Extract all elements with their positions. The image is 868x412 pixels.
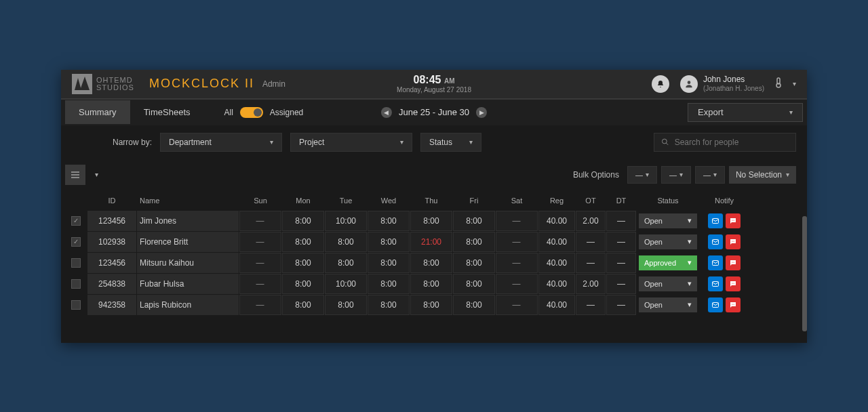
- notify-mail-button[interactable]: [708, 234, 723, 249]
- search-box[interactable]: [654, 133, 796, 152]
- status-dropdown[interactable]: Open▾: [639, 297, 697, 312]
- notify-chat-button[interactable]: [726, 234, 741, 249]
- date-range-label: June 25 - June 30: [399, 107, 469, 117]
- cell-mon[interactable]: 8:00: [282, 232, 324, 252]
- cell-fri[interactable]: 8:00: [453, 232, 495, 252]
- select-all-dropdown[interactable]: ▾: [88, 165, 104, 185]
- row-checkbox[interactable]: ✓: [71, 237, 81, 247]
- cell-thu[interactable]: 8:00: [410, 253, 452, 273]
- notify-mail-button[interactable]: [708, 255, 723, 270]
- cell-fri[interactable]: 8:00: [453, 295, 495, 315]
- row-checkbox[interactable]: ✓: [71, 216, 81, 226]
- cell-thu[interactable]: 8:00: [410, 211, 452, 231]
- cell-wed[interactable]: 8:00: [368, 253, 410, 273]
- cell-id: 123456: [87, 211, 136, 231]
- cell-fri[interactable]: 8:00: [453, 274, 495, 294]
- cell-reg: 40.00: [538, 274, 575, 294]
- row-checkbox[interactable]: [71, 279, 81, 289]
- cell-sat[interactable]: —: [496, 253, 538, 273]
- notify-chat-button[interactable]: [726, 255, 741, 270]
- view-tabs: Summary TimeSheets: [65, 100, 204, 124]
- status-dropdown[interactable]: Approved▾: [639, 255, 697, 270]
- notify-chat-button[interactable]: [726, 297, 741, 312]
- cell-thu[interactable]: 21:00: [410, 232, 452, 252]
- cell-sun[interactable]: —: [239, 253, 281, 273]
- cell-tue[interactable]: 8:00: [325, 295, 367, 315]
- chevron-down-icon: ▾: [679, 171, 683, 178]
- cell-sun[interactable]: —: [239, 295, 281, 315]
- notify-mail-button[interactable]: [708, 276, 723, 291]
- view-filter-toggle: All Assigned: [224, 107, 304, 118]
- cell-sat[interactable]: —: [496, 274, 538, 294]
- user-menu[interactable]: John Jones (Jonathan H. Jones): [680, 75, 764, 93]
- cell-wed[interactable]: 8:00: [368, 274, 410, 294]
- cell-mon[interactable]: 8:00: [282, 253, 324, 273]
- department-select[interactable]: Department ▾: [160, 133, 282, 152]
- cell-mon[interactable]: 8:00: [282, 295, 324, 315]
- svg-point-11: [733, 241, 734, 241]
- date-prev-button[interactable]: ◀: [381, 107, 392, 118]
- tab-summary[interactable]: Summary: [65, 100, 130, 124]
- export-button[interactable]: Export ▾: [688, 103, 803, 122]
- bulk-selection-dropdown[interactable]: No Selection ▾: [729, 166, 796, 184]
- cell-fri[interactable]: 8:00: [453, 211, 495, 231]
- role-label: Admin: [262, 79, 285, 89]
- app-header: OHTEMD STUDIOS MOCKCLOCK II Admin 08:45 …: [61, 70, 807, 100]
- status-dropdown[interactable]: Open▾: [639, 213, 697, 228]
- all-assigned-toggle[interactable]: [240, 107, 263, 118]
- notifications-button[interactable]: [652, 75, 669, 93]
- cell-sun[interactable]: —: [239, 232, 281, 252]
- svg-point-7: [733, 220, 734, 220]
- cell-tue[interactable]: 10:00: [325, 274, 367, 294]
- cell-sat[interactable]: —: [496, 232, 538, 252]
- col-notify: Notify: [700, 197, 749, 205]
- cell-mon[interactable]: 8:00: [282, 274, 324, 294]
- status-label: Open: [644, 280, 663, 288]
- project-select[interactable]: Project ▾: [290, 133, 412, 152]
- svg-point-16: [734, 262, 734, 262]
- notify-chat-button[interactable]: [726, 276, 741, 291]
- filters-row: Narrow by: Department ▾ Project ▾ Status…: [61, 125, 807, 159]
- scrollbar[interactable]: [802, 216, 807, 331]
- row-checkbox[interactable]: [71, 300, 81, 310]
- status-select[interactable]: Status ▾: [420, 133, 481, 152]
- cell-sun[interactable]: —: [239, 274, 281, 294]
- bulk-option-1[interactable]: —▾: [627, 166, 657, 184]
- cell-sat[interactable]: —: [496, 211, 538, 231]
- chevron-down-icon: ▾: [688, 300, 692, 309]
- bulk-selection-label: No Selection: [736, 170, 782, 180]
- status-dropdown[interactable]: Open▾: [639, 276, 697, 291]
- cell-wed[interactable]: 8:00: [368, 295, 410, 315]
- cell-tue[interactable]: 8:00: [325, 232, 367, 252]
- svg-point-23: [733, 304, 734, 304]
- notify-chat-button[interactable]: [726, 213, 741, 228]
- cell-thu[interactable]: 8:00: [410, 274, 452, 294]
- svg-point-20: [734, 283, 734, 283]
- search-input[interactable]: [675, 138, 789, 147]
- cell-fri[interactable]: 8:00: [453, 253, 495, 273]
- select-all-button[interactable]: [65, 165, 85, 185]
- app-window: OHTEMD STUDIOS MOCKCLOCK II Admin 08:45 …: [61, 70, 807, 343]
- bulk-option-3[interactable]: —▾: [695, 166, 725, 184]
- tab-timesheets[interactable]: TimeSheets: [130, 100, 204, 124]
- cell-wed[interactable]: 8:00: [368, 232, 410, 252]
- status-dropdown[interactable]: Open▾: [639, 234, 697, 249]
- notify-mail-button[interactable]: [708, 297, 723, 312]
- cell-wed[interactable]: 8:00: [368, 211, 410, 231]
- cell-sun[interactable]: —: [239, 211, 281, 231]
- cell-thu[interactable]: 8:00: [410, 295, 452, 315]
- header-menu-chevron[interactable]: ▾: [793, 80, 796, 87]
- timesheet-table: ID Name Sun Mon Tue Wed Thu Fri Sat Reg …: [61, 190, 807, 343]
- col-sat: Sat: [496, 197, 538, 205]
- cell-tue[interactable]: 8:00: [325, 253, 367, 273]
- svg-point-24: [734, 304, 734, 304]
- cell-mon[interactable]: 8:00: [282, 211, 324, 231]
- bulk-option-2[interactable]: —▾: [661, 166, 691, 184]
- date-next-button[interactable]: ▶: [476, 107, 487, 118]
- table-header: ID Name Sun Mon Tue Wed Thu Fri Sat Reg …: [65, 190, 803, 211]
- svg-point-0: [688, 81, 691, 84]
- row-checkbox[interactable]: [71, 258, 81, 268]
- notify-mail-button[interactable]: [708, 213, 723, 228]
- cell-tue[interactable]: 10:00: [325, 211, 367, 231]
- cell-sat[interactable]: —: [496, 295, 538, 315]
